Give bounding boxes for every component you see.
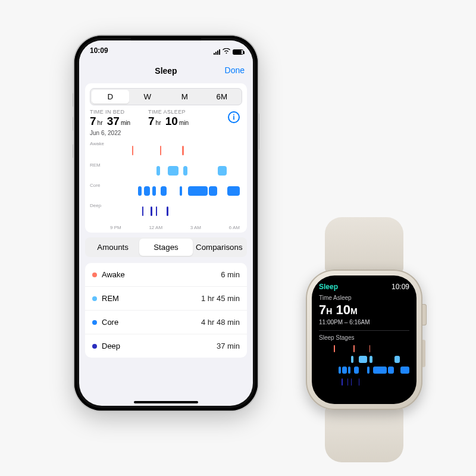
view-tab-comparisons[interactable]: Comparisons xyxy=(193,239,246,256)
chart-segment xyxy=(351,356,353,363)
stage-dot-icon xyxy=(92,296,97,301)
range-tab-w[interactable]: W xyxy=(129,90,167,104)
stage-dot-icon xyxy=(92,273,97,277)
watch-case: Sleep 10:09 Time Asleep 7H 10M 11:00PM –… xyxy=(306,270,422,410)
time-in-bed-metric: TIME IN BED 7hr 37min Jun 6, 2022 xyxy=(90,109,131,136)
watch-band-top xyxy=(325,217,403,272)
chart-segment xyxy=(183,166,187,176)
view-tab-stages[interactable]: Stages xyxy=(139,239,192,256)
ylabel-core: Core xyxy=(90,183,100,188)
chart-segment xyxy=(156,166,160,176)
chart-segment xyxy=(182,146,183,155)
signal-icon xyxy=(214,49,220,55)
time-in-bed-label: TIME IN BED xyxy=(90,109,131,115)
chart-segment xyxy=(400,367,409,374)
chart-segment xyxy=(359,378,360,386)
chart-segment xyxy=(152,186,156,196)
chart-segment xyxy=(161,186,167,196)
time-in-bed-value: 7hr 37min xyxy=(90,115,131,128)
summary-card: DWM6M TIME IN BED 7hr 37min Jun 6, 2022 … xyxy=(85,83,247,233)
stage-name: Deep xyxy=(102,342,120,350)
chart-segment xyxy=(339,367,341,374)
chart-segment xyxy=(156,206,157,216)
stage-row-core[interactable]: Core4 hr 48 min xyxy=(85,310,247,334)
range-tab-6m[interactable]: 6M xyxy=(203,90,241,104)
view-tab-amounts[interactable]: Amounts xyxy=(86,239,139,256)
chart-plot-area xyxy=(110,142,240,221)
chart-segment xyxy=(168,166,179,176)
digital-crown[interactable] xyxy=(422,304,427,325)
battery-icon xyxy=(233,49,243,55)
view-segmented-control[interactable]: AmountsStagesComparisons xyxy=(85,237,247,257)
chart-segment xyxy=(369,345,371,352)
range-tab-m[interactable]: M xyxy=(166,90,203,104)
chart-segment xyxy=(160,146,161,155)
stage-row-deep[interactable]: Deep37 min xyxy=(85,334,247,358)
stage-value: 4 hr 48 min xyxy=(201,318,240,327)
chart-segment xyxy=(353,345,355,352)
chart-x-axis: 9 PM 12 AM 3 AM 6 AM xyxy=(110,225,240,230)
chart-segment xyxy=(369,356,372,363)
time-asleep-value: 7hr 10min xyxy=(148,115,190,128)
info-icon[interactable]: i xyxy=(228,111,240,123)
stage-name: Core xyxy=(102,318,118,327)
watch-stage-chart[interactable] xyxy=(319,343,409,390)
chart-segment xyxy=(347,378,349,386)
watch-divider xyxy=(319,330,409,331)
done-button[interactable]: Done xyxy=(225,65,245,75)
watch-sleep-range: 11:00PM – 6:16AM xyxy=(319,319,409,325)
iphone-screen: 10:09 Sleep Done DWM6M TIME IN BED 7hr xyxy=(79,40,253,406)
chart-segment xyxy=(354,367,358,374)
chart-segment xyxy=(394,356,400,363)
watch-side-button[interactable] xyxy=(422,340,425,367)
ylabel-rem: REM xyxy=(90,162,101,168)
wifi-icon xyxy=(223,48,230,56)
chart-segment xyxy=(348,367,350,374)
chart-segment xyxy=(334,345,335,352)
watch-screen: Sleep 10:09 Time Asleep 7H 10M 11:00PM –… xyxy=(312,275,416,404)
stage-value: 6 min xyxy=(221,270,240,279)
time-asleep-label: TIME ASLEEP xyxy=(148,109,190,115)
chart-segment xyxy=(218,166,226,176)
range-tab-d[interactable]: D xyxy=(92,90,129,104)
stage-row-rem[interactable]: REM1 hr 45 min xyxy=(85,286,247,310)
watch-app-title: Sleep xyxy=(319,283,338,291)
metrics-row: TIME IN BED 7hr 37min Jun 6, 2022 TIME A… xyxy=(90,109,242,136)
time-asleep-metric: TIME ASLEEP 7hr 10min xyxy=(148,109,190,136)
stage-value: 37 min xyxy=(217,342,240,350)
chart-segment xyxy=(209,186,217,196)
chart-segment xyxy=(180,186,183,196)
stage-list: Awake6 minREM1 hr 45 minCore4 hr 48 minD… xyxy=(85,263,247,358)
page-title: Sleep xyxy=(155,66,177,76)
stage-dot-icon xyxy=(92,320,97,325)
chart-segment xyxy=(151,206,152,216)
nav-bar: Sleep Done xyxy=(79,61,253,81)
range-segmented-control[interactable]: DWM6M xyxy=(90,88,242,105)
stage-row-awake[interactable]: Awake6 min xyxy=(85,263,247,286)
watch-time: 10:09 xyxy=(392,283,409,291)
watch-time-asleep-label: Time Asleep xyxy=(319,295,409,301)
chart-segment xyxy=(373,367,387,374)
watch-band-bottom xyxy=(325,408,403,462)
apple-watch-device: Sleep 10:09 Time Asleep 7H 10M 11:00PM –… xyxy=(299,217,430,462)
watch-stages-label: Sleep Stages xyxy=(319,334,409,341)
chart-segment xyxy=(351,378,352,386)
stage-dot-icon xyxy=(92,344,97,349)
chart-segment xyxy=(359,356,367,363)
watch-time-asleep-value: 7H 10M xyxy=(319,302,409,318)
home-indicator[interactable] xyxy=(134,401,198,403)
sleep-stage-chart[interactable]: Awake REM Core Deep 9 PM 12 AM 3 AM 6 AM xyxy=(90,141,242,230)
stage-name: REM xyxy=(102,294,119,303)
chart-segment xyxy=(342,367,346,374)
ylabel-deep: Deep xyxy=(90,203,101,208)
status-icons xyxy=(214,48,243,56)
chart-segment xyxy=(144,186,151,196)
chart-segment xyxy=(188,186,208,196)
ylabel-awake: Awake xyxy=(90,141,104,146)
chart-segment xyxy=(227,186,240,196)
status-bar: 10:09 xyxy=(79,40,253,61)
chart-segment xyxy=(367,367,369,374)
stage-name: Awake xyxy=(102,270,125,279)
chart-segment xyxy=(138,186,142,196)
chart-segment xyxy=(167,206,168,216)
